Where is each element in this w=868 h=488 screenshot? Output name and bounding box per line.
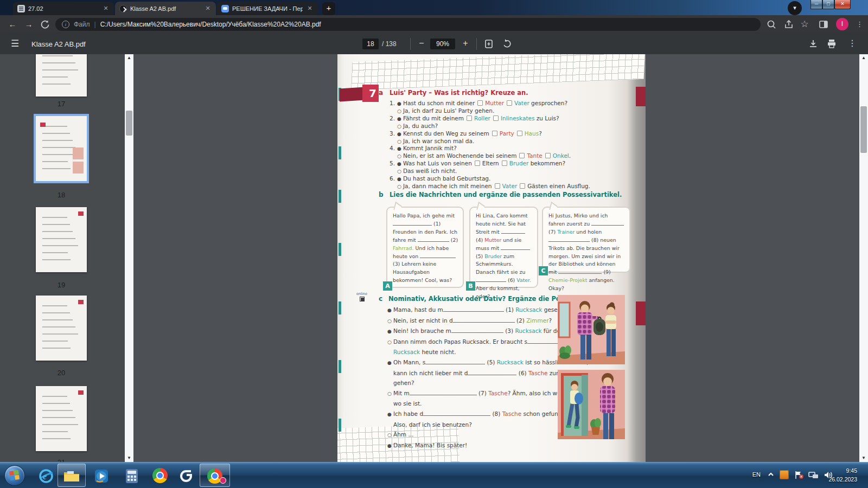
line-text: Das weiß ich nicht.: [403, 168, 642, 175]
card-label: C: [539, 266, 548, 275]
scroll-up-icon[interactable]: ▲: [859, 54, 868, 62]
blank-line: [476, 278, 506, 282]
chrome-active-taskbar-button[interactable]: [200, 464, 230, 487]
speaker-b-bullet: [387, 337, 393, 348]
zoom-level[interactable]: 90%: [430, 38, 455, 49]
speaker-a-bullet: [397, 100, 403, 107]
new-tab-button[interactable]: +: [322, 2, 335, 15]
fit-page-icon[interactable]: [483, 38, 495, 50]
pdf-toolbar: ☰ Klasse A2 AB.pdf / 138 − 90% + ⋮: [0, 34, 868, 54]
share-icon[interactable]: [783, 19, 794, 30]
page-number-input[interactable]: [362, 38, 379, 49]
worksheet-line: Danke, Mama! Bis später!: [387, 440, 645, 451]
tab-close-icon[interactable]: ✕: [102, 5, 110, 12]
side-panel-icon[interactable]: [818, 19, 829, 30]
keyword: Bruder: [484, 253, 502, 259]
tab-close-icon[interactable]: ✕: [306, 5, 314, 12]
reload-icon[interactable]: [39, 18, 51, 30]
pdf-menu-icon[interactable]: ☰: [11, 38, 19, 49]
address-bar[interactable]: i Файл | C:/Users/Максим%20Валерьевич/De…: [55, 18, 761, 31]
tray-expand-icon[interactable]: [767, 471, 775, 478]
blank-line: [418, 238, 449, 242]
keyword: Bruder: [509, 160, 529, 166]
checkbox: [475, 160, 480, 166]
tab-search-button[interactable]: ▾: [788, 1, 802, 15]
browser-tab-3[interactable]: РЕШЕНИЕ ЗАДАЧИ - Перевод н✕: [217, 2, 318, 15]
page-thumbnail-18[interactable]: [36, 116, 87, 181]
page-thumbnail-21[interactable]: [36, 386, 87, 451]
zoom-out-button[interactable]: −: [416, 38, 427, 50]
page-thumbnail-19[interactable]: [36, 207, 87, 272]
worksheet-line: 5.Was hat Luis von seinenElternBruder be…: [387, 160, 642, 168]
chrome-icon[interactable]: [152, 468, 169, 484]
back-icon[interactable]: ←: [7, 18, 18, 30]
keyword: Fahrrad.: [393, 245, 413, 251]
chat-icon: [221, 5, 229, 12]
keyword: Tante: [527, 152, 542, 159]
line-text: Danke, Mama! Bis später!: [393, 440, 645, 451]
profile-avatar[interactable]: I: [836, 18, 848, 30]
speaker-b-bullet: [387, 389, 393, 399]
action-center-flag-icon[interactable]: [794, 471, 804, 479]
scroll-up-icon[interactable]: ▲: [125, 54, 133, 62]
browser-menu-icon[interactable]: ⋮: [856, 18, 863, 30]
blank-line: [420, 254, 456, 258]
browser-tab-1[interactable]: 27.02✕: [13, 2, 114, 15]
network-icon[interactable]: [808, 471, 819, 479]
taskbar-clock[interactable]: 9:45 26.02.2023: [828, 466, 857, 484]
zoom-in-button[interactable]: +: [459, 38, 471, 50]
logitech-ghub-icon[interactable]: [179, 468, 195, 484]
info-icon[interactable]: i: [62, 21, 69, 28]
card-label: A: [383, 281, 392, 291]
blank-line: [468, 371, 516, 375]
line-text: Was hat Luis von seinenElternBruder beko…: [403, 160, 642, 167]
pdf-more-menu-icon[interactable]: ⋮: [846, 38, 858, 50]
language-indicator[interactable]: EN: [752, 471, 761, 478]
rotate-icon[interactable]: [501, 38, 513, 50]
browser-tab-2[interactable]: Klasse A2 AB.pdf✕: [115, 2, 216, 15]
calculator-icon[interactable]: [124, 468, 140, 484]
window-controls: ─ □ ✕: [810, 0, 851, 9]
graph-paper-top: [351, 54, 645, 90]
scroll-down-icon[interactable]: ▼: [859, 454, 868, 462]
main-scrollbar[interactable]: ▲ ▼: [859, 54, 868, 462]
line-text: Ja, ich darf zu Luis' Party gehen.: [403, 107, 642, 114]
explorer-taskbar-button[interactable]: [58, 464, 86, 487]
start-button[interactable]: [4, 465, 25, 486]
section-b-title: Lies die Nachrichten und ergänze die pas…: [390, 191, 622, 198]
forward-icon[interactable]: →: [23, 18, 35, 30]
scroll-down-icon[interactable]: ▼: [125, 454, 133, 462]
page-thumbnail-17[interactable]: [36, 54, 87, 97]
media-player-icon[interactable]: [93, 468, 110, 484]
keyword: Vater: [502, 183, 518, 189]
tab-bar: 27.02✕Klasse A2 AB.pdf✕РЕШЕНИЕ ЗАДАЧИ - …: [13, 2, 319, 15]
page-thumbnail-20[interactable]: [36, 296, 87, 361]
address-url: C:/Users/Максим%20Валерьевич/Desktop/Учё…: [100, 21, 321, 28]
keyword: Vater.: [516, 277, 531, 283]
tab-title: Klasse A2 AB.pdf: [130, 5, 201, 12]
line-text: Kommt Jannik mit?: [403, 145, 642, 152]
message-card-b: BHi Lina, Caro kommt heute nicht. Sie ha…: [469, 207, 538, 288]
print-icon[interactable]: [826, 38, 838, 50]
bookmark-star-icon[interactable]: ☆: [799, 18, 810, 30]
close-button[interactable]: ✕: [834, 0, 851, 9]
internet-explorer-icon[interactable]: e: [38, 468, 54, 484]
worksheet-line: Ja, ich darf zu Luis' Party gehen.: [387, 107, 642, 115]
minimize-button[interactable]: ─: [810, 0, 822, 9]
thumbnail-page-number: 17: [36, 100, 87, 108]
line-text: Kennst du den Weg zu seinemPartyHaus?: [403, 130, 642, 137]
zoom-icon[interactable]: [766, 19, 777, 30]
toolbar-divider: [476, 38, 477, 50]
tray-app-icon[interactable]: [780, 470, 789, 479]
tab-title: РЕШЕНИЕ ЗАДАЧИ - Перевод н: [232, 5, 303, 12]
message-card-c: CHi Justus, Mirko und ich fahren zuerst …: [542, 207, 630, 273]
checkbox: [493, 115, 499, 121]
blank-line: [548, 238, 590, 242]
notification-badge: [220, 477, 226, 484]
sidebar-scrollbar[interactable]: ▲ ▼: [125, 54, 133, 462]
checkbox: [495, 183, 500, 189]
task-ribbon: [340, 87, 365, 101]
maximize-button[interactable]: □: [822, 0, 834, 9]
tab-close-icon[interactable]: ✕: [204, 5, 212, 12]
download-icon[interactable]: [807, 38, 819, 50]
